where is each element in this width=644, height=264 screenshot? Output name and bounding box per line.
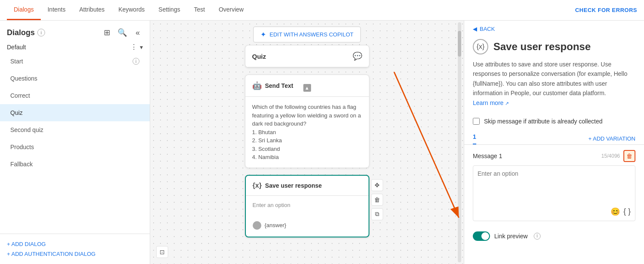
save-user-panel-icon: {x}	[473, 39, 488, 54]
check-errors-button[interactable]: CHECK FOR ERRORS	[575, 7, 637, 13]
main-layout: Dialogs i ⊞ 🔍 « Default ⋮ ▾ Start i	[0, 21, 644, 264]
card-action-icons: ✥ 🗑 ⧉	[371, 179, 383, 220]
nav-tabs: Dialogs Intents Attributes Keywords Sett…	[7, 0, 251, 20]
move-icon[interactable]: ✥	[371, 179, 383, 191]
right-panel: ◀ BACK {x} Save user response Use attrib…	[464, 21, 644, 264]
sidebar-item-questions[interactable]: Questions	[0, 70, 150, 87]
skip-message-section: Skip message if attribute is already col…	[464, 114, 644, 128]
start-info-icon: i	[133, 58, 139, 65]
panel-title-row: {x} Save user response	[464, 37, 644, 60]
variation-tabs: 1 + ADD VARIATION	[464, 128, 644, 145]
external-link-icon: ↗	[505, 101, 509, 106]
canvas-scroll-up[interactable]: ▲	[303, 84, 311, 92]
sidebar-footer: + ADD DIALOG + ADD AUTHENTICATION DIALOG	[0, 234, 150, 264]
tab-test[interactable]: Test	[187, 0, 212, 20]
skip-message-row: Skip message if attribute is already col…	[473, 114, 635, 128]
delete-message-button[interactable]: 🗑	[623, 150, 635, 162]
sidebar-items: Start i Questions Correct Quiz Second qu…	[0, 53, 150, 234]
panel-description: Use attributes to save and store user re…	[464, 60, 644, 114]
chat-icon: 💬	[353, 51, 362, 61]
panel-title: Save user response	[493, 41, 591, 53]
link-preview-info-icon: i	[534, 233, 541, 240]
collapse-icon[interactable]: «	[133, 27, 143, 38]
save-user-body: Enter an option	[246, 196, 369, 214]
canvas-top-bar: ✦ EDIT WITH ANSWERS COPILOT	[150, 21, 464, 48]
link-preview-toggle[interactable]	[473, 231, 490, 241]
focus-icon[interactable]: ⊡	[156, 246, 168, 258]
section-label: Default	[7, 44, 26, 51]
message-section: Message 1 15/4096 🗑 😊 { }	[464, 145, 644, 226]
skip-message-label: Skip message if attribute is already col…	[484, 118, 602, 125]
skip-message-checkbox[interactable]	[473, 118, 480, 125]
sidebar-item-second-quiz[interactable]: Second quiz	[0, 121, 150, 138]
variable-icon[interactable]: { }	[623, 207, 631, 216]
toggle-thumb	[481, 232, 489, 240]
section-actions: ⋮ ▾	[130, 43, 143, 51]
save-user-card[interactable]: {x} Save user response Enter an option {…	[245, 175, 369, 237]
canvas-scrollbar[interactable]	[459, 21, 463, 264]
more-icon[interactable]: ⋮	[130, 43, 137, 51]
quiz-card-header: Quiz 💬	[245, 45, 369, 67]
info-icon: i	[37, 29, 45, 36]
answer-chip: {answer}	[246, 218, 369, 233]
back-button[interactable]: ◀ BACK	[464, 21, 644, 37]
copy-icon[interactable]: ⧉	[371, 208, 383, 220]
textarea-actions: 😊 { }	[478, 204, 631, 216]
learn-more-link[interactable]: Learn more ↗	[473, 99, 509, 106]
sidebar-item-start[interactable]: Start i	[0, 53, 150, 70]
back-chevron-icon: ◀	[473, 26, 477, 32]
char-count: 15/4096	[602, 153, 620, 159]
top-nav: Dialogs Intents Attributes Keywords Sett…	[0, 0, 644, 21]
sidebar-header: Dialogs i ⊞ 🔍 «	[0, 21, 150, 41]
scroll-track	[458, 22, 461, 262]
chevron-down-icon[interactable]: ▾	[140, 44, 143, 51]
edit-copilot-button[interactable]: ✦ EDIT WITH ANSWERS COPILOT	[253, 27, 361, 42]
link-preview-row: Link preview i	[464, 226, 644, 246]
sidebar-item-fallback[interactable]: Fallback	[0, 156, 150, 173]
save-user-header: {x} Save user response	[246, 176, 369, 196]
quiz-card: Quiz 💬	[245, 45, 369, 68]
tab-overview[interactable]: Overview	[212, 0, 251, 20]
tab-attributes[interactable]: Attributes	[73, 0, 112, 20]
canvas-content: Quiz 💬 🤖 Send Text Which of the followin…	[150, 45, 464, 237]
sidebar: Dialogs i ⊞ 🔍 « Default ⋮ ▾ Start i	[0, 21, 150, 264]
message-textarea-wrapper: 😊 { }	[473, 165, 635, 221]
sidebar-item-quiz[interactable]: Quiz	[0, 104, 150, 121]
tab-settings[interactable]: Settings	[151, 0, 187, 20]
sidebar-section-default: Default ⋮ ▾	[0, 41, 150, 53]
trash-btn-icon: 🗑	[626, 153, 632, 159]
tab-intents[interactable]: Intents	[41, 0, 73, 20]
message-meta: 15/4096 🗑	[602, 150, 635, 162]
answer-dot	[253, 221, 261, 230]
sidebar-header-icons: ⊞ 🔍 «	[102, 27, 143, 38]
message-header: Message 1 15/4096 🗑	[473, 150, 635, 162]
save-user-icon: {x}	[253, 182, 262, 189]
copilot-icon: ✦	[260, 30, 266, 39]
sidebar-title: Dialogs i	[7, 28, 45, 37]
variation-tab-1[interactable]: 1	[473, 133, 476, 144]
add-variation-button[interactable]: + ADD VARIATION	[588, 135, 635, 142]
tab-dialogs[interactable]: Dialogs	[7, 0, 41, 20]
tab-keywords[interactable]: Keywords	[112, 0, 151, 20]
send-text-icon: 🤖	[252, 81, 262, 90]
grid-icon[interactable]: ⊞	[102, 27, 112, 38]
link-preview-label: Link preview	[494, 233, 528, 240]
canvas: ▲ ✦ EDIT WITH ANSWERS COPILOT Quiz 💬 🤖	[150, 21, 464, 264]
sidebar-item-correct[interactable]: Correct	[0, 87, 150, 104]
search-icon[interactable]: 🔍	[117, 27, 127, 38]
sidebar-item-products[interactable]: Products	[0, 138, 150, 156]
send-text-body: Which of the following countries has a f…	[245, 97, 369, 168]
scroll-thumb	[458, 31, 461, 57]
add-auth-dialog-link[interactable]: + ADD AUTHENTICATION DIALOG	[7, 249, 143, 259]
emoji-icon[interactable]: 😊	[611, 207, 620, 216]
message-label: Message 1	[473, 153, 502, 159]
trash-icon[interactable]: 🗑	[371, 194, 383, 206]
message-textarea[interactable]	[478, 170, 631, 204]
add-dialog-link[interactable]: + ADD DIALOG	[7, 239, 143, 249]
